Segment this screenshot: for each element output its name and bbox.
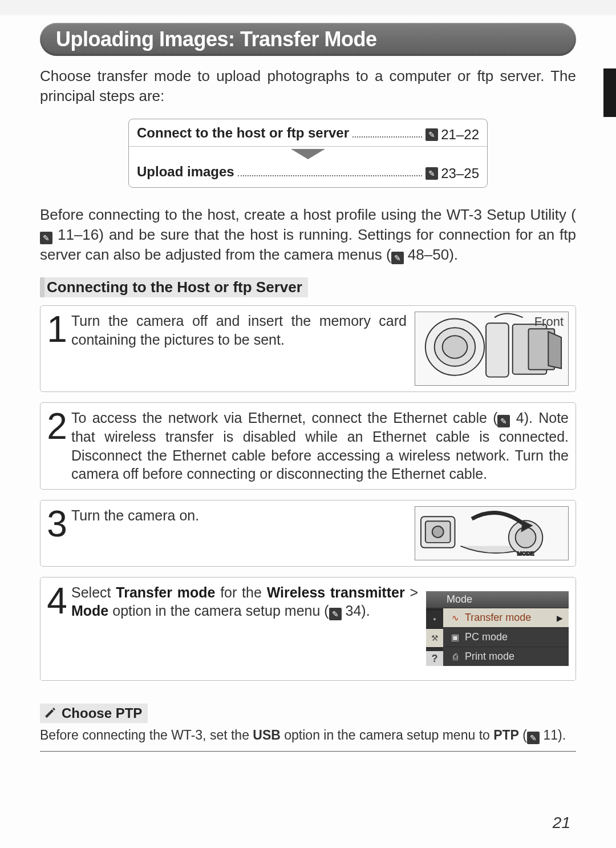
transfer-mode-icon: ∿ [450,613,460,623]
menu-item-pc-mode: ▣ PC mode [443,627,569,647]
page-ref-icon: ✎ [497,415,510,427]
page-ref-icon: ✎ [425,128,438,141]
svg-rect-4 [486,324,509,377]
step-4-box: 4 Select Transfer mode for the Wireless … [40,577,576,681]
page-reference: ✎ 23–25 [425,165,479,181]
page-ref-icon: ✎ [329,608,342,620]
step-text: Select Transfer mode for the Wireless tr… [71,583,418,621]
camera-menu-title: Mode [426,591,569,608]
illustration-insert-card: Front [415,312,569,386]
step-number: 3 [43,506,71,539]
step-2-box: 2 To access the network via Ethernet, co… [40,402,576,490]
page-ref-icon: ✎ [425,167,438,180]
pre-steps-paragraph: Before connecting to the host, create a … [40,205,576,265]
page-ref-icon: ✎ [40,232,52,244]
menu-help-icon: ? [426,651,443,666]
pc-mode-icon: ▣ [450,632,460,643]
svg-point-9 [432,526,444,538]
illustration-power-on: MODE [415,506,569,560]
step-number: 1 [43,312,71,345]
svg-point-11 [516,527,536,548]
menu-tab-dot-icon: • [426,610,443,629]
step-text: Turn the camera off and insert the memor… [71,312,407,349]
leader-dots [352,136,422,138]
svg-marker-0 [291,149,325,159]
flow-row-label: Connect to the host or ftp server [137,125,349,141]
menu-item-transfer-mode: ∿ Transfer mode ▶ [443,608,569,627]
step-text: Turn the camera on. [71,506,407,525]
step-3-box: 3 Turn the camera on. MODE [40,500,576,567]
chevron-right-icon: ▶ [557,613,563,623]
page-numbers: 23–25 [441,165,479,181]
flow-row-upload: Upload images ✎ 23–25 [137,161,479,184]
menu-item-print-mode: ⎙ Print mode [443,647,569,666]
step-number: 2 [43,409,71,442]
section-title: Uploading Images: Transfer Mode [56,27,377,51]
leader-dots [238,175,423,176]
section-title-banner: Uploading Images: Transfer Mode [40,23,576,56]
camera-menu: ▸ • ⚒ ▯ Mode ∿ Transfer mode ▶ [426,591,569,666]
subsection-heading: Connecting to the Host or ftp Server [40,277,308,297]
flow-row-label: Upload images [137,164,234,180]
flow-summary-box: Connect to the host or ftp server ✎ 21–2… [128,119,488,188]
page-ref-icon: ✎ [527,732,540,744]
thumb-index-tab [603,68,616,117]
flow-row-connect: Connect to the host or ftp server ✎ 21–2… [137,123,479,145]
note-heading: Choose PTP [40,704,148,723]
illustration-label-front: Front [534,314,564,329]
svg-point-3 [443,336,468,359]
illustration-camera-menu: ▸ • ⚒ ▯ Mode ∿ Transfer mode ▶ [426,583,569,675]
step-1-box: 1 Turn the camera off and insert the mem… [40,305,576,392]
note-title: Choose PTP [62,705,142,721]
print-mode-icon: ⎙ [450,652,460,661]
step-number: 4 [43,583,71,616]
menu-tab-setup-icon: ⚒ [426,629,443,648]
intro-paragraph: Choose transfer mode to upload photograp… [40,66,576,106]
pencil-icon [43,706,57,720]
flow-arrow-down-icon [137,148,479,161]
note-body: Before connecting the WT-3, set the USB … [40,723,576,752]
svg-text:MODE: MODE [517,550,534,556]
page-ref-icon: ✎ [391,252,404,264]
page-numbers: 21–22 [441,127,479,143]
page-reference: ✎ 21–22 [425,127,479,143]
step-text: To access the network via Ethernet, conn… [71,409,569,483]
page-number: 21 [553,814,570,832]
